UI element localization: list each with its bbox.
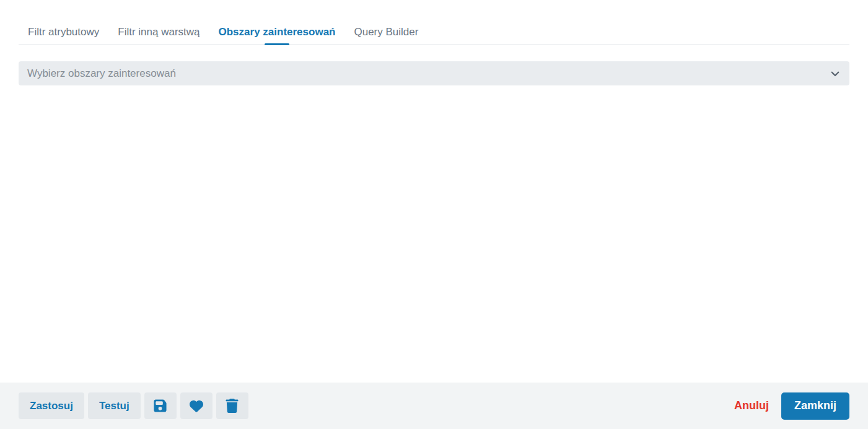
trash-icon — [226, 399, 239, 413]
favorite-button[interactable] — [180, 392, 213, 419]
delete-button[interactable] — [216, 392, 248, 419]
heart-icon — [189, 399, 204, 413]
footer-dialog-group: Anuluj Zamknij — [733, 392, 849, 420]
apply-button[interactable]: Zastosuj — [19, 392, 84, 419]
tab-filtr-atrybutowy[interactable]: Filtr atrybutowy — [19, 20, 108, 44]
tabs-bar: Filtr atrybutowy Filtr inną warstwą Obsz… — [19, 0, 849, 45]
test-button[interactable]: Testuj — [88, 392, 141, 419]
save-icon — [153, 399, 167, 413]
filter-dialog: Filtr atrybutowy Filtr inną warstwą Obsz… — [0, 0, 868, 85]
chevron-down-icon — [830, 68, 841, 79]
close-button[interactable]: Zamknij — [781, 392, 849, 420]
save-button[interactable] — [144, 392, 177, 419]
cancel-button[interactable]: Anuluj — [733, 399, 770, 412]
tab-filtr-inna-warstwa[interactable]: Filtr inną warstwą — [108, 20, 209, 44]
dialog-footer: Zastosuj Testuj — [0, 383, 868, 429]
tab-query-builder[interactable]: Query Builder — [344, 20, 427, 44]
select-placeholder: Wybierz obszary zainteresowań — [27, 67, 176, 80]
areas-of-interest-select[interactable]: Wybierz obszary zainteresowań — [19, 61, 849, 85]
footer-action-group: Zastosuj Testuj — [19, 392, 248, 419]
tab-obszary-zainteresowan[interactable]: Obszary zainteresowań — [209, 20, 345, 44]
